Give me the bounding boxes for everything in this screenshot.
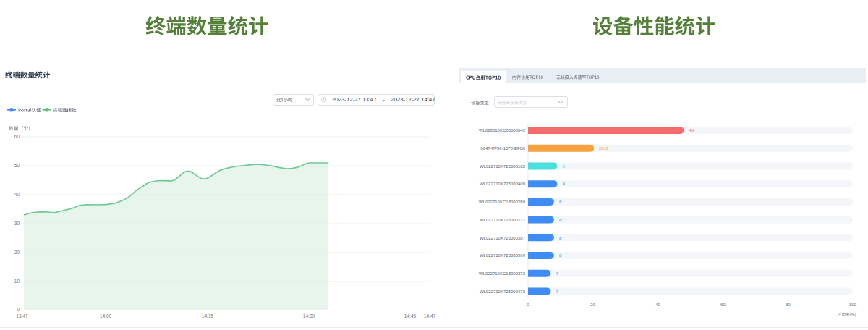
svg-text:7: 7 bbox=[556, 289, 558, 294]
svg-text:WL023610KC06000043: WL023610KC06000043 bbox=[479, 128, 526, 132]
svg-text:WL022710KC18000280: WL022710KC18000280 bbox=[479, 200, 526, 204]
svg-text:WL022710K725000409: WL022710K725000409 bbox=[480, 182, 526, 186]
svg-text:50: 50 bbox=[14, 163, 20, 168]
svg-text:0: 0 bbox=[527, 302, 529, 307]
svg-text:48: 48 bbox=[689, 127, 694, 132]
svg-text:WL022710K725000369: WL022710K725000369 bbox=[480, 253, 526, 258]
svg-text:20.3: 20.3 bbox=[599, 145, 608, 151]
svg-text:9: 9 bbox=[562, 164, 565, 169]
svg-text:14:47: 14:47 bbox=[424, 313, 436, 318]
svg-text:7: 7 bbox=[556, 271, 558, 276]
svg-text:60: 60 bbox=[720, 302, 726, 307]
svg-text:WL022710K725000307: WL022710K725000307 bbox=[480, 236, 526, 240]
svg-text:8: 8 bbox=[559, 253, 562, 258]
svg-text:WL022710K725000272: WL022710K725000272 bbox=[480, 218, 526, 222]
svg-text:40: 40 bbox=[655, 302, 660, 307]
svg-text:WL022710K725000102: WL022710K725000102 bbox=[480, 164, 526, 169]
svg-text:14:30: 14:30 bbox=[303, 313, 315, 318]
svg-text:9: 9 bbox=[562, 181, 565, 186]
svg-text:WL022710KC18000372: WL022710KC18000372 bbox=[479, 271, 526, 276]
svg-text:0: 0 bbox=[17, 307, 20, 312]
svg-text:14:15: 14:15 bbox=[202, 313, 214, 318]
svg-text:14:45: 14:45 bbox=[404, 313, 417, 318]
svg-text:10: 10 bbox=[14, 279, 20, 284]
svg-text:6047-FF96-1070-EF0A: 6047-FF96-1070-EF0A bbox=[480, 146, 525, 151]
svg-text:13:47: 13:47 bbox=[16, 313, 28, 318]
svg-text:60: 60 bbox=[14, 134, 20, 139]
svg-text:8: 8 bbox=[559, 235, 562, 240]
svg-text:80: 80 bbox=[786, 302, 791, 307]
svg-text:8: 8 bbox=[559, 217, 562, 222]
svg-text:100: 100 bbox=[849, 302, 857, 307]
svg-text:20: 20 bbox=[14, 250, 20, 255]
svg-text:14:00: 14:00 bbox=[100, 313, 112, 318]
svg-text:8: 8 bbox=[559, 199, 562, 204]
svg-text:20: 20 bbox=[590, 302, 595, 307]
svg-text:40: 40 bbox=[14, 192, 20, 197]
svg-text:30: 30 bbox=[14, 221, 20, 226]
svg-text:WL022710K725000470: WL022710K725000470 bbox=[480, 289, 526, 294]
